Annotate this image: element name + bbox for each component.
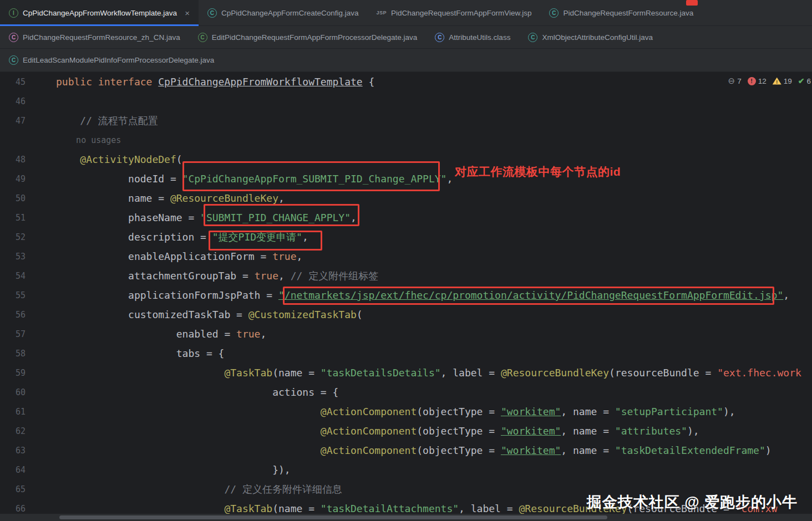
line-number: 59	[0, 368, 26, 378]
line-number: 49	[0, 174, 26, 184]
code-text: actions = {	[56, 382, 338, 402]
line-number: 63	[0, 446, 26, 456]
line-number: 51	[0, 213, 26, 223]
code-text: // 流程节点配置	[56, 111, 158, 130]
line-number: 61	[0, 407, 26, 417]
error-count-label: 12	[758, 77, 767, 85]
tab-label: XmlObjectAttributeConfigUtil.java	[542, 33, 653, 42]
errors-count[interactable]: !12	[748, 77, 767, 85]
code-line[interactable]: 63 @ActionComponent(objectType = "workit…	[0, 441, 812, 460]
code-text: // 定义任务附件详细信息	[56, 479, 342, 499]
code-line[interactable]: 53 enableApplicationForm = true,	[0, 247, 812, 266]
tab-row: ICpPidChangeAppFromWorkflowTemplate.java…	[0, 0, 812, 26]
line-number: 52	[0, 232, 26, 242]
code-text: @ActionComponent(objectType = "workitem"…	[56, 402, 735, 421]
line-number: 58	[0, 349, 26, 359]
weak-warning-icon: ⊖	[728, 76, 735, 86]
line-number: 47	[0, 116, 26, 126]
code-line[interactable]: 46	[0, 91, 812, 111]
code-text: customizedTaskTab = @CustomizedTaskTab(	[56, 305, 363, 324]
tab-label: EditLeadScanModulePidInfoFormProcessorDe…	[23, 56, 214, 64]
code-text: nodeId = "CpPidChangeAppForm_SUBMIT_PID_…	[56, 169, 453, 188]
code-line[interactable]: 45public interface CpPidChangeAppFromWor…	[0, 72, 812, 91]
line-number: 62	[0, 426, 26, 436]
line-number: 60	[0, 387, 26, 397]
code-line[interactable]: 55 applicationFormJspPath = "/netmarkets…	[0, 285, 812, 305]
line-number: 53	[0, 252, 26, 262]
code-line[interactable]: 51 phaseName = "SUBMIT_PID_CHANGE_APPLY"…	[0, 208, 812, 227]
class-file-icon: C	[9, 55, 18, 65]
editor-tab[interactable]: CEditLeadScanModulePidInfoFormProcessorD…	[0, 49, 223, 71]
weak-warnings-count[interactable]: ⊖7	[728, 76, 742, 86]
code-text: @ActivityNodeDef(	[56, 150, 182, 169]
code-line[interactable]: 56 customizedTaskTab = @CustomizedTaskTa…	[0, 305, 812, 324]
editor-tab[interactable]: CCpPidChangeAppFormCreateConfig.java	[199, 0, 368, 25]
error-icon: !	[748, 77, 756, 85]
code-text: description = "提交PID变更申请",	[56, 227, 308, 247]
code-text: @ActionComponent(objectType = "workitem"…	[56, 441, 772, 460]
scrollbar-thumb[interactable]	[59, 515, 607, 519]
tab-label: PidChangeRequestFormAppFormView.jsp	[391, 9, 531, 17]
class-file-icon: C	[528, 33, 537, 42]
code-line[interactable]: 47 // 流程节点配置	[0, 111, 812, 130]
watermark: 掘金技术社区 @ 爱跑步的小牛	[587, 492, 798, 512]
code-line[interactable]: 49 nodeId = "CpPidChangeAppForm_SUBMIT_P…	[0, 169, 812, 188]
editor-tab[interactable]: CAttributeUtils.class	[426, 26, 519, 48]
code-text: enableApplicationForm = true,	[56, 247, 302, 266]
ok-count-label: 6	[806, 77, 811, 85]
code-line[interactable]: 58 tabs = {	[0, 344, 812, 363]
tab-label: CpPidChangeAppFormCreateConfig.java	[221, 9, 359, 17]
warning-icon: !	[773, 78, 781, 85]
code-text: tabs = {	[56, 344, 224, 363]
close-tab-icon[interactable]: ×	[185, 9, 190, 17]
check-icon: ✔	[798, 76, 805, 85]
editor-tab[interactable]: CPidChangeRequestFormResource.java	[540, 0, 702, 25]
warnings-count[interactable]: !19	[773, 77, 792, 85]
code-line[interactable]: 57 enabled = true,	[0, 324, 812, 344]
inspections-widget[interactable]: ⊖7 !12 !19 ✔6	[728, 76, 811, 86]
line-number: 56	[0, 310, 26, 320]
code-text: enabled = true,	[56, 324, 266, 344]
ok-count[interactable]: ✔6	[798, 76, 811, 85]
line-number: 54	[0, 271, 26, 281]
code-line[interactable]: 48 @ActivityNodeDef(	[0, 150, 812, 169]
class-file-icon: C	[9, 33, 18, 42]
class-file-icon: C	[549, 8, 559, 18]
tab-label: CpPidChangeAppFromWorkflowTemplate.java	[23, 9, 177, 17]
editor-tab[interactable]: CEditPidChangeRequestFormAppFormProcesso…	[189, 26, 427, 48]
editor-tab[interactable]: ICpPidChangeAppFromWorkflowTemplate.java…	[0, 0, 199, 25]
code-text: @TaskTab(name = "taskDetailsDetails", la…	[56, 363, 801, 382]
code-line[interactable]: 62 @ActionComponent(objectType = "workit…	[0, 421, 812, 441]
code-line[interactable]: 64 }),	[0, 460, 812, 479]
code-line[interactable]: 52 description = "提交PID变更申请",	[0, 227, 812, 247]
line-number: 50	[0, 193, 26, 203]
line-number: 45	[0, 77, 26, 87]
jsp-file-icon: JSP	[377, 10, 387, 16]
tab-row: CEditLeadScanModulePidInfoFormProcessorD…	[0, 49, 812, 72]
weak-count-label: 7	[737, 77, 742, 85]
code-line[interactable]: 59 @TaskTab(name = "taskDetailsDetails",…	[0, 363, 812, 382]
code-text: @ActionComponent(objectType = "workitem"…	[56, 421, 699, 441]
code-text: no usages	[56, 130, 121, 150]
code-text: attachmentGroupTab = true, // 定义附件组标签	[56, 266, 378, 285]
line-number: 48	[0, 155, 26, 165]
code-text: applicationFormJspPath = "/netmarkets/js…	[56, 285, 789, 305]
horizontal-scrollbar[interactable]	[0, 514, 812, 521]
class-file-icon: I	[9, 8, 18, 18]
editor-tab[interactable]: CXmlObjectAttributeConfigUtil.java	[519, 26, 662, 48]
code-line[interactable]: 50 name = @ResourceBundleKey,	[0, 188, 812, 208]
line-number: 46	[0, 96, 26, 106]
code-line[interactable]: 61 @ActionComponent(objectType = "workit…	[0, 402, 812, 421]
line-number: 64	[0, 465, 26, 475]
code-line[interactable]: 60 actions = {	[0, 382, 812, 402]
code-line[interactable]: no usages	[0, 130, 812, 150]
class-file-icon: C	[207, 8, 217, 18]
editor-tab-bar: ICpPidChangeAppFromWorkflowTemplate.java…	[0, 0, 812, 72]
code-editor[interactable]: 45public interface CpPidChangeAppFromWor…	[0, 72, 812, 518]
code-text: name = @ResourceBundleKey,	[56, 188, 285, 208]
tab-row: CPidChangeRequestFormResource_zh_CN.java…	[0, 26, 812, 49]
editor-tab[interactable]: JSPPidChangeRequestFormAppFormView.jsp	[368, 0, 541, 25]
editor-tab[interactable]: CPidChangeRequestFormResource_zh_CN.java	[0, 26, 189, 48]
code-line[interactable]: 54 attachmentGroupTab = true, // 定义附件组标签	[0, 266, 812, 285]
warning-count-label: 19	[784, 77, 792, 85]
